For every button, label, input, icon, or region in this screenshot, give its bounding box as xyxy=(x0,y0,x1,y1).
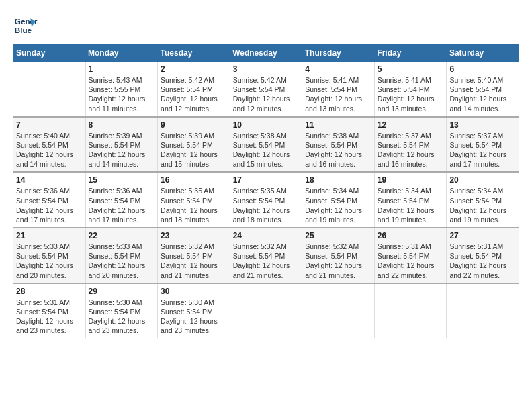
day-info: Sunrise: 5:37 AMSunset: 5:54 PMDaylight:… xyxy=(378,131,444,169)
header-cell-saturday: Saturday xyxy=(447,44,519,62)
day-number: 19 xyxy=(378,175,444,185)
day-cell: 7Sunrise: 5:40 AMSunset: 5:54 PMDaylight… xyxy=(13,117,85,173)
day-info: Sunrise: 5:35 AMSunset: 5:54 PMDaylight:… xyxy=(161,186,227,224)
day-info: Sunrise: 5:34 AMSunset: 5:54 PMDaylight:… xyxy=(305,186,371,224)
day-info: Sunrise: 5:37 AMSunset: 5:54 PMDaylight:… xyxy=(449,131,516,169)
day-number: 29 xyxy=(89,287,155,296)
day-number: 9 xyxy=(161,120,227,130)
day-cell: 21Sunrise: 5:33 AMSunset: 5:54 PMDayligh… xyxy=(13,228,85,283)
day-cell: 25Sunrise: 5:32 AMSunset: 5:54 PMDayligh… xyxy=(302,228,375,283)
day-number: 15 xyxy=(89,175,155,185)
day-number: 21 xyxy=(16,231,83,240)
day-info: Sunrise: 5:33 AMSunset: 5:54 PMDaylight:… xyxy=(89,242,155,280)
day-info: Sunrise: 5:42 AMSunset: 5:54 PMDaylight:… xyxy=(161,75,227,113)
day-cell: 14Sunrise: 5:36 AMSunset: 5:54 PMDayligh… xyxy=(13,172,85,228)
day-cell: 30Sunrise: 5:30 AMSunset: 5:54 PMDayligh… xyxy=(158,283,230,338)
day-cell xyxy=(13,62,85,117)
day-info: Sunrise: 5:32 AMSunset: 5:54 PMDaylight:… xyxy=(305,242,371,280)
day-cell: 9Sunrise: 5:39 AMSunset: 5:54 PMDaylight… xyxy=(158,117,230,173)
day-info: Sunrise: 5:41 AMSunset: 5:54 PMDaylight:… xyxy=(305,75,371,113)
day-number: 22 xyxy=(89,231,155,240)
header-cell-tuesday: Tuesday xyxy=(158,44,230,62)
day-number: 3 xyxy=(233,64,300,74)
week-row-2: 7Sunrise: 5:40 AMSunset: 5:54 PMDaylight… xyxy=(13,117,519,173)
day-number: 27 xyxy=(449,231,516,240)
header-cell-wednesday: Wednesday xyxy=(230,44,302,62)
day-number: 6 xyxy=(449,64,516,74)
day-info: Sunrise: 5:39 AMSunset: 5:54 PMDaylight:… xyxy=(89,131,155,169)
logo: General Blue xyxy=(13,13,40,38)
day-info: Sunrise: 5:32 AMSunset: 5:54 PMDaylight:… xyxy=(233,242,300,280)
header-cell-thursday: Thursday xyxy=(302,44,375,62)
day-cell: 2Sunrise: 5:42 AMSunset: 5:54 PMDaylight… xyxy=(158,62,230,117)
day-cell: 23Sunrise: 5:32 AMSunset: 5:54 PMDayligh… xyxy=(158,228,230,283)
day-cell: 3Sunrise: 5:42 AMSunset: 5:54 PMDaylight… xyxy=(230,62,302,117)
day-cell: 28Sunrise: 5:31 AMSunset: 5:54 PMDayligh… xyxy=(13,283,85,338)
day-cell: 27Sunrise: 5:31 AMSunset: 5:54 PMDayligh… xyxy=(447,228,519,283)
day-info: Sunrise: 5:38 AMSunset: 5:54 PMDaylight:… xyxy=(233,131,300,169)
day-cell: 16Sunrise: 5:35 AMSunset: 5:54 PMDayligh… xyxy=(158,172,230,228)
calendar-header: SundayMondayTuesdayWednesdayThursdayFrid… xyxy=(13,44,519,62)
header-row: SundayMondayTuesdayWednesdayThursdayFrid… xyxy=(13,44,519,62)
day-info: Sunrise: 5:31 AMSunset: 5:54 PMDaylight:… xyxy=(449,242,516,280)
day-number: 17 xyxy=(233,175,300,185)
day-cell xyxy=(230,283,302,338)
day-info: Sunrise: 5:41 AMSunset: 5:54 PMDaylight:… xyxy=(378,75,444,113)
day-info: Sunrise: 5:40 AMSunset: 5:54 PMDaylight:… xyxy=(16,131,83,169)
day-cell: 24Sunrise: 5:32 AMSunset: 5:54 PMDayligh… xyxy=(230,228,302,283)
day-info: Sunrise: 5:36 AMSunset: 5:54 PMDaylight:… xyxy=(16,186,83,224)
day-info: Sunrise: 5:34 AMSunset: 5:54 PMDaylight:… xyxy=(378,186,444,224)
day-number: 25 xyxy=(305,231,371,240)
day-info: Sunrise: 5:30 AMSunset: 5:54 PMDaylight:… xyxy=(161,298,227,336)
day-cell: 17Sunrise: 5:35 AMSunset: 5:54 PMDayligh… xyxy=(230,172,302,228)
day-info: Sunrise: 5:35 AMSunset: 5:54 PMDaylight:… xyxy=(233,186,300,224)
calendar-table: SundayMondayTuesdayWednesdayThursdayFrid… xyxy=(13,44,519,338)
day-cell: 18Sunrise: 5:34 AMSunset: 5:54 PMDayligh… xyxy=(302,172,375,228)
svg-text:Blue: Blue xyxy=(15,26,32,34)
day-info: Sunrise: 5:30 AMSunset: 5:54 PMDaylight:… xyxy=(89,298,155,336)
day-number: 18 xyxy=(305,175,371,185)
day-number: 4 xyxy=(305,64,371,74)
day-cell: 15Sunrise: 5:36 AMSunset: 5:54 PMDayligh… xyxy=(85,172,158,228)
day-info: Sunrise: 5:33 AMSunset: 5:54 PMDaylight:… xyxy=(16,242,83,280)
week-row-3: 14Sunrise: 5:36 AMSunset: 5:54 PMDayligh… xyxy=(13,172,519,228)
page-header: General Blue xyxy=(13,13,519,38)
day-number: 1 xyxy=(89,64,155,74)
day-cell: 11Sunrise: 5:38 AMSunset: 5:54 PMDayligh… xyxy=(302,117,375,173)
day-number: 16 xyxy=(161,175,227,185)
day-info: Sunrise: 5:31 AMSunset: 5:54 PMDaylight:… xyxy=(16,298,83,336)
day-cell: 20Sunrise: 5:34 AMSunset: 5:54 PMDayligh… xyxy=(447,172,519,228)
day-number: 30 xyxy=(161,287,227,296)
day-cell: 10Sunrise: 5:38 AMSunset: 5:54 PMDayligh… xyxy=(230,117,302,173)
day-info: Sunrise: 5:39 AMSunset: 5:54 PMDaylight:… xyxy=(161,131,227,169)
day-cell: 12Sunrise: 5:37 AMSunset: 5:54 PMDayligh… xyxy=(374,117,447,173)
week-row-1: 1Sunrise: 5:43 AMSunset: 5:55 PMDaylight… xyxy=(13,62,519,117)
header-cell-sunday: Sunday xyxy=(13,44,85,62)
day-number: 14 xyxy=(16,175,83,185)
day-info: Sunrise: 5:34 AMSunset: 5:54 PMDaylight:… xyxy=(449,186,516,224)
day-cell: 5Sunrise: 5:41 AMSunset: 5:54 PMDaylight… xyxy=(374,62,447,117)
day-cell: 13Sunrise: 5:37 AMSunset: 5:54 PMDayligh… xyxy=(447,117,519,173)
day-number: 23 xyxy=(161,231,227,240)
day-number: 7 xyxy=(16,120,83,130)
header-cell-friday: Friday xyxy=(374,44,447,62)
week-row-4: 21Sunrise: 5:33 AMSunset: 5:54 PMDayligh… xyxy=(13,228,519,283)
day-number: 12 xyxy=(378,120,444,130)
day-cell: 22Sunrise: 5:33 AMSunset: 5:54 PMDayligh… xyxy=(85,228,158,283)
day-info: Sunrise: 5:43 AMSunset: 5:55 PMDaylight:… xyxy=(89,75,155,113)
day-cell: 26Sunrise: 5:31 AMSunset: 5:54 PMDayligh… xyxy=(374,228,447,283)
day-cell: 29Sunrise: 5:30 AMSunset: 5:54 PMDayligh… xyxy=(85,283,158,338)
day-number: 11 xyxy=(305,120,371,130)
day-info: Sunrise: 5:36 AMSunset: 5:54 PMDaylight:… xyxy=(89,186,155,224)
day-cell: 4Sunrise: 5:41 AMSunset: 5:54 PMDaylight… xyxy=(302,62,375,117)
day-info: Sunrise: 5:40 AMSunset: 5:54 PMDaylight:… xyxy=(449,75,516,113)
header-cell-monday: Monday xyxy=(85,44,158,62)
day-number: 20 xyxy=(449,175,516,185)
day-cell: 8Sunrise: 5:39 AMSunset: 5:54 PMDaylight… xyxy=(85,117,158,173)
day-info: Sunrise: 5:38 AMSunset: 5:54 PMDaylight:… xyxy=(305,131,371,169)
day-number: 13 xyxy=(449,120,516,130)
calendar-body: 1Sunrise: 5:43 AMSunset: 5:55 PMDaylight… xyxy=(13,62,519,338)
day-cell: 19Sunrise: 5:34 AMSunset: 5:54 PMDayligh… xyxy=(374,172,447,228)
day-number: 2 xyxy=(161,64,227,74)
day-number: 24 xyxy=(233,231,300,240)
